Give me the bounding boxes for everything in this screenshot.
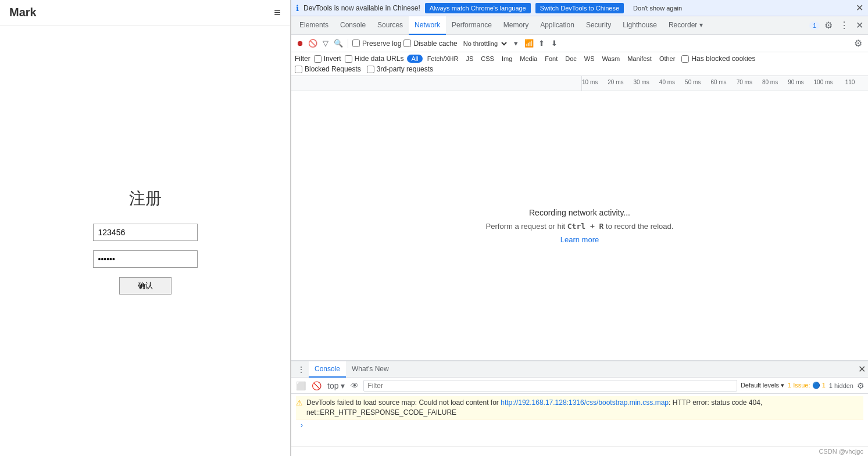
preserve-log-label: Preserve log [362,40,401,48]
tab-whats-new[interactable]: What's New [346,361,395,378]
console-dock-icon[interactable]: ⬜ [295,380,307,392]
filter-icon[interactable]: ▽ [320,38,331,49]
tab-memory[interactable]: Memory [498,16,534,35]
filter-tag-img[interactable]: Img [499,55,515,63]
wifi-icon[interactable]: 📶 [524,38,534,49]
dont-show-again-button[interactable]: Don't show again [628,3,687,13]
more-options-icon[interactable]: ⋮ [837,19,851,32]
network-content-area: Recording network activity... Perform a … [291,91,868,360]
download-icon[interactable]: ⬇ [549,38,560,49]
console-expand-arrow[interactable]: › [296,420,863,430]
tab-console[interactable]: Console [334,16,372,35]
hint-text-after: to record the reload. [606,222,673,231]
timeline-left [291,76,582,91]
switch-to-chinese-button[interactable]: Switch DevTools to Chinese [535,3,624,13]
filter-tag-font[interactable]: Font [542,55,560,63]
tab-performance[interactable]: Performance [446,16,498,35]
throttle-select[interactable]: No throttling [460,40,509,48]
timeline-marker-70ms: 70 ms [737,79,752,85]
console-warning-row: ⚠ DevTools failed to load source map: Co… [296,396,863,420]
always-match-language-button[interactable]: Always match Chrome's language [425,3,531,13]
blocked-requests-input[interactable] [295,66,302,73]
filter-tag-ws[interactable]: WS [581,55,598,63]
tab-lighthouse[interactable]: Lighthouse [617,16,663,35]
has-blocked-cookies-checkbox[interactable]: Has blocked cookies [681,55,755,63]
filter-tag-manifest[interactable]: Manifest [624,55,655,63]
filter-tag-css[interactable]: CSS [478,55,497,63]
filter-tag-all[interactable]: All [407,55,422,63]
has-blocked-cookies-input[interactable] [681,55,689,63]
hide-data-urls-input[interactable] [345,55,352,63]
settings-icon[interactable]: ⚙ [822,19,835,32]
invert-label: Invert [324,55,341,63]
record-icon[interactable]: ⏺ [295,38,305,49]
separator1 [348,39,348,48]
disable-cache-label: Disable cache [413,40,457,48]
preserve-log-input[interactable] [352,40,360,47]
confirm-button[interactable]: 确认 [119,277,172,295]
search-icon[interactable]: 🔍 [333,38,344,49]
keyboard-shortcut: Ctrl + R [567,222,604,231]
tab-bar-right: 1 ⚙ ⋮ ✕ [809,19,866,32]
console-close-button[interactable]: ✕ [858,364,866,375]
console-settings-icon[interactable]: ⚙ [857,381,865,390]
network-settings-icon[interactable]: ⚙ [852,37,865,50]
filter-tag-fetch-xhr[interactable]: Fetch/XHR [424,55,462,63]
upload-icon[interactable]: ⬆ [537,38,547,49]
third-party-checkbox[interactable]: 3rd-party requests [367,65,433,73]
disable-cache-checkbox[interactable]: Disable cache [403,40,457,48]
console-eye-icon[interactable]: 👁 [349,380,360,392]
filter-bar: Filter Invert Hide data URLs All Fetch/X… [291,52,868,76]
footer-credit: CSDN @vhcjgc [291,446,868,456]
timeline-marker-80ms: 80 ms [762,79,778,85]
warn-link[interactable]: http://192.168.17.128:1316/css/bootstrap… [501,398,669,407]
invert-input[interactable] [314,55,322,63]
filter-tag-media[interactable]: Media [517,55,540,63]
tab-console-bottom[interactable]: Console [309,361,346,378]
filter-label: Filter [295,55,310,63]
hidden-badge: 1 hidden [829,382,853,389]
default-levels-button[interactable]: Default levels ▾ [741,382,784,389]
third-party-input[interactable] [367,66,374,73]
tab-sources[interactable]: Sources [372,16,409,35]
invert-checkbox[interactable]: Invert [314,55,341,63]
filter-tag-js[interactable]: JS [463,55,476,63]
issue-badge: 1 Issue: 🔵 1 [788,382,826,389]
preserve-log-checkbox[interactable]: Preserve log [352,40,401,48]
warn-text-before: DevTools failed to load source map: Coul… [306,398,501,407]
timeline-marker-10ms: 10 ms [582,79,598,85]
username-input[interactable] [93,224,198,241]
tab-security[interactable]: Security [580,16,617,35]
infobar-close-button[interactable]: ✕ [856,2,863,13]
blocked-requests-checkbox[interactable]: Blocked Requests [295,65,361,73]
devtools-close-button[interactable]: ✕ [853,19,866,32]
password-input[interactable] [93,250,198,268]
has-blocked-cookies-label: Has blocked cookies [691,55,755,63]
hint-text-before: Perform a request or hit [486,222,566,231]
filter-tag-other[interactable]: Other [656,55,678,63]
timeline-marker-90ms: 90 ms [788,79,803,85]
hide-data-urls-checkbox[interactable]: Hide data URLs [345,55,404,63]
console-top-selector[interactable]: top ▾ [326,380,346,392]
console-toolbar: ⬜ 🚫 top ▾ 👁 Default levels ▾ 1 Issue: 🔵 … [291,378,868,394]
timeline-marker-30ms: 30 ms [634,79,649,85]
filter-tag-doc[interactable]: Doc [562,55,580,63]
devtools-panel: ℹ DevTools is now available in Chinese! … [291,0,868,456]
console-more-icon[interactable]: ⋮ [294,365,309,374]
tab-application[interactable]: Application [534,16,580,35]
learn-more-link[interactable]: Learn more [560,235,599,244]
throttle-dropdown-icon[interactable]: ▾ [511,38,521,49]
hamburger-menu-icon[interactable]: ≡ [274,6,281,19]
filter-row1: Filter Invert Hide data URLs All Fetch/X… [295,53,865,64]
clear-icon[interactable]: 🚫 [308,38,318,49]
timeline-marker-110: 110 [845,79,855,85]
console-clear-icon[interactable]: 🚫 [310,380,323,392]
tab-network[interactable]: Network [409,16,446,35]
timeline-right: 10 ms 20 ms 30 ms 40 ms 50 ms 60 ms 70 m… [582,76,868,91]
tab-recorder[interactable]: Recorder ▾ [663,16,709,35]
console-filter-input[interactable] [363,380,737,392]
tab-elements[interactable]: Elements [294,16,334,35]
record-hint: Perform a request or hit Ctrl + R to rec… [486,222,674,231]
disable-cache-input[interactable] [403,40,411,47]
filter-tag-wasm[interactable]: Wasm [599,55,623,63]
